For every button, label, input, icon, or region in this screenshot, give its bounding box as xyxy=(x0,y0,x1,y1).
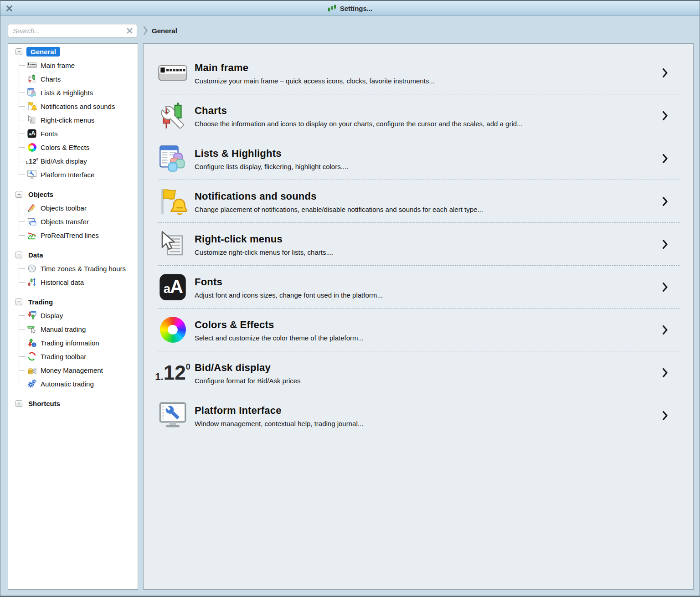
row-title: Lists & Highlights xyxy=(195,148,663,160)
tree-section-label[interactable]: General xyxy=(26,47,60,57)
chevron-right-icon[interactable] xyxy=(663,240,668,249)
settings-window: Settings... General −GeneralMain frameCh… xyxy=(0,0,700,597)
tree-item-right-click-menus[interactable]: Right-click menus xyxy=(19,113,136,127)
tree-item-label[interactable]: Main frame xyxy=(41,62,75,69)
chevron-right-icon[interactable] xyxy=(663,197,668,206)
tree-item-label[interactable]: Trading toolbar xyxy=(41,353,86,360)
tree-item-label[interactable]: ProRealTrend lines xyxy=(41,232,99,239)
platform-icon xyxy=(27,170,37,179)
tree-item-charts[interactable]: Charts xyxy=(19,72,136,86)
tree-section-row-shortcuts[interactable]: +Shortcuts xyxy=(10,396,136,410)
tree-item-label[interactable]: Objects transfer xyxy=(41,218,89,226)
tree-item-label[interactable]: Charts xyxy=(41,75,61,83)
row-title: Colors & Effects xyxy=(195,319,663,331)
tree-item-label[interactable]: Display xyxy=(41,312,63,319)
tree-item-money-management[interactable]: Money Management xyxy=(19,363,136,377)
row-text: Main frameCustomize your main frame – qu… xyxy=(195,61,663,85)
row-description: Customize your main frame – quick access… xyxy=(195,77,663,85)
chevron-right-icon[interactable] xyxy=(663,154,668,163)
chevron-right-icon[interactable] xyxy=(663,111,668,120)
tree-item-label[interactable]: Money Management xyxy=(41,366,103,374)
settings-row-main-frame[interactable]: Main frameCustomize your main frame – qu… xyxy=(158,51,679,94)
chevron-right-icon[interactable] xyxy=(663,411,668,420)
expand-toggle-icon[interactable]: + xyxy=(15,400,22,407)
tree-item-automatic-trading[interactable]: Automatic trading xyxy=(19,377,136,391)
settings-row-bid-ask-display[interactable]: 1.120Bid/Ask displayConfigure format for… xyxy=(158,351,679,394)
tree-section-row-trading[interactable]: −Trading xyxy=(10,295,136,309)
tree-section-general: −GeneralMain frameChartsLists & Highligh… xyxy=(10,45,136,181)
row-title: Bid/Ask display xyxy=(195,362,663,374)
breadcrumb: General xyxy=(143,25,177,36)
row-text: Bid/Ask displayConfigure format for Bid/… xyxy=(195,361,663,385)
row-title: Charts xyxy=(195,105,663,117)
tree-item-label[interactable]: Historical data xyxy=(41,278,84,286)
right-click-icon xyxy=(158,231,187,258)
collapse-toggle-icon[interactable]: − xyxy=(15,191,22,198)
chevron-right-icon[interactable] xyxy=(663,368,668,377)
tree-item-manual-trading[interactable]: Manual trading xyxy=(19,322,136,336)
search-input[interactable] xyxy=(12,26,126,35)
tree-item-bid-ask-display[interactable]: 1.120Bid/Ask display xyxy=(19,154,136,168)
tree-section-row-objects[interactable]: −Objects xyxy=(10,187,136,201)
row-description: Window management, contextual help, trad… xyxy=(195,420,663,427)
settings-row-platform-interface[interactable]: Platform InterfaceWindow management, con… xyxy=(158,394,679,437)
settings-tree: −GeneralMain frameChartsLists & Highligh… xyxy=(10,45,136,410)
tree-item-prorealtrend-lines[interactable]: ProRealTrend lines xyxy=(19,228,136,242)
auto-trading-icon xyxy=(27,379,37,388)
tree-item-main-frame[interactable]: Main frame xyxy=(19,58,136,72)
row-description: Select and customize the color theme of … xyxy=(195,334,663,342)
tree-item-label[interactable]: Objects toolbar xyxy=(41,204,87,212)
settings-row-right-click-menus[interactable]: Right-click menusCustomize right-click m… xyxy=(158,223,679,266)
tree-item-label[interactable]: Platform Interface xyxy=(41,171,94,179)
tree-item-historical-data[interactable]: Historical data xyxy=(19,275,136,289)
objects-transfer-icon xyxy=(27,217,37,226)
tree-item-trading-information[interactable]: iTrading information xyxy=(19,336,136,350)
tree-item-label[interactable]: Manual trading xyxy=(41,325,86,333)
tree-item-label[interactable]: Colors & Effects xyxy=(41,144,89,151)
tree-item-colors-effects[interactable]: Colors & Effects xyxy=(19,140,136,154)
chevron-right-icon[interactable] xyxy=(663,283,668,292)
collapse-toggle-icon[interactable]: − xyxy=(15,298,22,305)
row-text: Right-click menusCustomize right-click m… xyxy=(195,232,663,256)
tree-item-fonts[interactable]: aAFonts xyxy=(19,127,136,140)
tree-section-label[interactable]: Shortcuts xyxy=(26,399,62,408)
settings-row-colors-effects[interactable]: Colors & EffectsSelect and customize the… xyxy=(158,309,679,351)
row-description: Configure format for Bid/Ask prices xyxy=(195,377,663,385)
settings-row-fonts[interactable]: aAFontsAdjust font and icons sizes, chan… xyxy=(158,266,679,309)
tree-section-objects: −ObjectsObjects toolbarObjects transferP… xyxy=(10,187,136,242)
tree-section-row-general[interactable]: −General xyxy=(10,45,136,58)
search-clear-icon[interactable] xyxy=(126,27,133,35)
chevron-right-icon[interactable] xyxy=(663,68,668,77)
tree-item-objects-transfer[interactable]: Objects transfer xyxy=(19,215,136,228)
tree-item-label[interactable]: Fonts xyxy=(41,130,58,138)
settings-row-notifications-and-sounds[interactable]: Notifications and soundsChange placement… xyxy=(158,180,679,223)
tree-item-lists-highlights[interactable]: Lists & Highlights xyxy=(19,86,136,99)
tree-item-label[interactable]: Lists & Highlights xyxy=(41,89,93,97)
tree-section-label[interactable]: Objects xyxy=(26,190,55,199)
tree-item-trading-toolbar[interactable]: Trading toolbar xyxy=(19,350,136,363)
tree-item-label[interactable]: Trading information xyxy=(41,339,99,347)
tree-section-label[interactable]: Trading xyxy=(26,297,55,307)
search-box[interactable] xyxy=(8,24,137,38)
collapse-toggle-icon[interactable]: − xyxy=(15,252,22,258)
tree-item-label[interactable]: Bid/Ask display xyxy=(41,157,87,165)
settings-row-lists-highlights[interactable]: Lists & HighlightsConfigure lists displa… xyxy=(158,137,679,180)
tree-item-platform-interface[interactable]: Platform Interface xyxy=(19,168,136,181)
tree-item-label[interactable]: Automatic trading xyxy=(41,380,94,388)
row-text: Lists & HighlightsConfigure lists displa… xyxy=(195,147,663,170)
tree-item-label[interactable]: Time zones & Trading hours xyxy=(41,265,126,273)
manual-trading-icon xyxy=(27,324,37,334)
settings-row-charts[interactable]: ChartsChoose the information and icons t… xyxy=(158,94,679,137)
row-description: Customize right-click menus for lists, c… xyxy=(195,248,663,256)
tree-section-label[interactable]: Data xyxy=(26,250,45,260)
tree-item-display[interactable]: Display xyxy=(19,309,136,322)
tree-item-label[interactable]: Notifications and sounds xyxy=(41,103,115,110)
tree-item-notifications-and-sounds[interactable]: Notifications and sounds xyxy=(19,99,136,113)
tree-section-row-data[interactable]: −Data xyxy=(10,248,136,262)
tree-item-label[interactable]: Right-click menus xyxy=(41,116,94,124)
tree-item-objects-toolbar[interactable]: Objects toolbar xyxy=(19,201,136,215)
tree-item-time-zones-trading-hours[interactable]: Time zones & Trading hours xyxy=(19,262,136,275)
chevron-right-icon[interactable] xyxy=(663,325,668,335)
collapse-toggle-icon[interactable]: − xyxy=(15,48,22,55)
tree-section-data: −DataTime zones & Trading hoursHistorica… xyxy=(10,248,136,289)
